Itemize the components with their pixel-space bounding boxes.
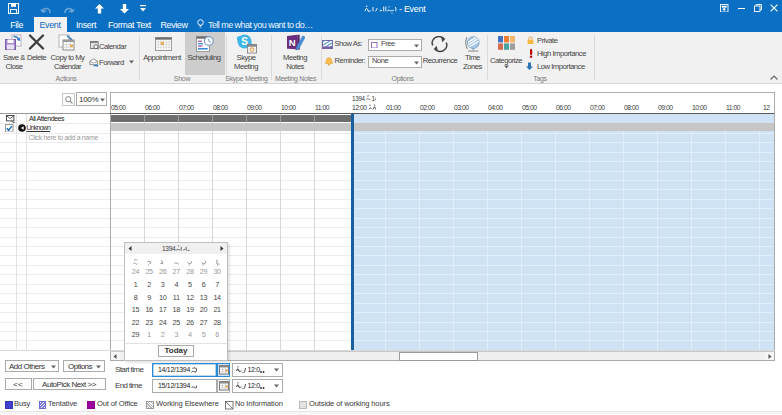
svg-text:14: 14 (372, 95, 377, 102)
svg-text:1394: 1394 (352, 95, 366, 102)
svg-text:N: N (289, 37, 296, 48)
svg-text:1394: 1394 (162, 245, 176, 252)
